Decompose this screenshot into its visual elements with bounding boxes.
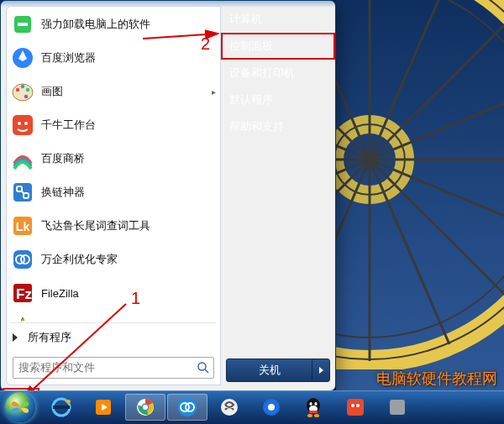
svg-point-59 (314, 414, 319, 417)
baidu-shangqiao-icon (11, 147, 34, 170)
search-input[interactable] (13, 361, 193, 374)
app-item-label: 千牛工作台 (41, 118, 96, 133)
all-programs-button[interactable]: 所有程序 (6, 325, 221, 350)
filezilla-icon: Fz (11, 281, 34, 305)
right-item-control-panel[interactable]: 控制面板 (221, 33, 335, 60)
paint-icon (11, 80, 34, 103)
right-item-label: 帮助和支持 (229, 120, 284, 133)
svg-point-17 (16, 88, 19, 92)
svg-point-62 (356, 404, 360, 407)
shutdown-options-button[interactable] (312, 359, 329, 381)
svg-point-23 (24, 122, 28, 125)
shutdown-label: 关机 (227, 363, 312, 378)
taskbar-item-app[interactable] (377, 394, 417, 421)
svg-point-41 (66, 400, 71, 403)
taskbar-item-qianniu[interactable] (335, 394, 375, 421)
search-box[interactable] (13, 357, 214, 379)
baidu-browser-icon (11, 46, 34, 70)
svg-rect-14 (18, 23, 28, 26)
app-item-baidu-browser[interactable]: 百度浏览器 (6, 41, 221, 75)
svg-point-36 (198, 363, 206, 370)
svg-point-58 (307, 414, 312, 417)
taskbar-item-sogou[interactable] (209, 394, 249, 421)
app-item-label: 换链神器 (41, 185, 85, 200)
taskbar (0, 390, 504, 424)
pinned-apps-list: 强力卸载电脑上的软件 百度浏览器 画图 (6, 6, 221, 321)
taskbar-item-chrome[interactable] (125, 394, 165, 421)
svg-point-55 (309, 402, 312, 406)
right-item-label: 计算机 (229, 13, 262, 25)
app-item-label: 画图 (41, 84, 63, 99)
huanlian-icon (11, 181, 34, 204)
taskbar-item-wmp[interactable] (83, 394, 123, 421)
svg-rect-57 (309, 411, 318, 413)
feidalu-icon: Lk (11, 214, 34, 238)
taskbar-item-qq[interactable] (293, 394, 333, 421)
svg-rect-63 (390, 400, 405, 415)
svg-text:Fz: Fz (16, 286, 32, 302)
svg-line-37 (205, 369, 208, 373)
right-item-devices-printers[interactable]: 设备和打印机 (221, 60, 335, 86)
qianniu-icon (11, 113, 34, 137)
right-item-label: 控制面板 (229, 39, 273, 52)
right-item-help-support[interactable]: 帮助和支持 (221, 113, 335, 140)
wanqili-icon (11, 248, 34, 271)
app-item-paint[interactable]: 画图 ▸ (6, 75, 221, 108)
svg-text:Lk: Lk (16, 220, 30, 233)
chevron-right-icon (319, 367, 323, 374)
submenu-arrow-icon: ▸ (212, 87, 216, 97)
svg-point-61 (351, 404, 354, 407)
annotation-number-1: 1 (131, 289, 140, 308)
flashfxp-icon (11, 315, 34, 321)
start-menu: 强力卸载电脑上的软件 百度浏览器 画图 (0, 0, 336, 391)
svg-point-52 (268, 404, 275, 411)
divider (11, 322, 216, 323)
start-menu-left-pane: 强力卸载电脑上的软件 百度浏览器 画图 (6, 6, 221, 385)
app-item-qianniu[interactable]: 千牛工作台 (6, 108, 221, 142)
all-programs-label: 所有程序 (28, 330, 71, 345)
svg-point-56 (314, 402, 317, 406)
svg-point-22 (18, 122, 21, 125)
app-item-label: 飞达鲁长尾词查词工具 (41, 218, 150, 233)
taskbar-item-cloud[interactable] (167, 394, 207, 421)
search-icon (193, 358, 213, 378)
app-item-label: FileZilla (41, 287, 79, 300)
svg-point-46 (143, 405, 148, 410)
app-item-huanlian[interactable]: 换链神器 (6, 175, 221, 209)
all-programs-arrow-icon (13, 333, 18, 342)
taskbar-item-ie[interactable] (41, 394, 81, 421)
app-item-label: 强力卸载电脑上的软件 (41, 17, 150, 32)
watermark-text: 电脑软硬件教程网 (376, 369, 497, 389)
right-item-computer[interactable]: 计算机 (221, 6, 335, 33)
app-item-label: 百度浏览器 (41, 50, 96, 65)
right-item-label: 默认程序 (229, 93, 273, 106)
right-item-label: 设备和打印机 (229, 66, 295, 79)
taskbar-item-generic-blue[interactable] (251, 394, 291, 421)
app-item-feidalu[interactable]: Lk 飞达鲁长尾词查词工具 (6, 209, 221, 243)
svg-point-20 (24, 95, 28, 98)
uninstaller-icon (11, 13, 34, 36)
svg-point-19 (26, 88, 29, 92)
desktop-wallpaper (336, 0, 504, 395)
app-item-baidu-shangqiao[interactable]: 百度商桥 (6, 142, 221, 175)
start-orb[interactable] (5, 392, 35, 422)
app-item-label: 万企利优化专家 (41, 252, 118, 267)
app-item-flashfxp[interactable]: FlashFXP 5 ▸ (6, 310, 221, 321)
svg-rect-60 (347, 399, 364, 416)
app-item-wanqili[interactable]: 万企利优化专家 (6, 243, 221, 276)
annotation-number-2: 2 (201, 34, 210, 54)
app-item-uninstaller[interactable]: 强力卸载电脑上的软件 (6, 8, 221, 41)
shutdown-button[interactable]: 关机 (226, 359, 330, 382)
start-menu-right-pane: 计算机 控制面板 设备和打印机 默认程序 帮助和支持 关机 (221, 1, 335, 390)
app-item-filezilla[interactable]: Fz FileZilla (6, 276, 221, 310)
svg-rect-21 (13, 115, 33, 135)
app-item-label: 百度商桥 (41, 151, 85, 166)
svg-point-18 (21, 85, 24, 88)
svg-marker-35 (13, 317, 33, 321)
right-item-default-programs[interactable]: 默认程序 (221, 86, 335, 113)
